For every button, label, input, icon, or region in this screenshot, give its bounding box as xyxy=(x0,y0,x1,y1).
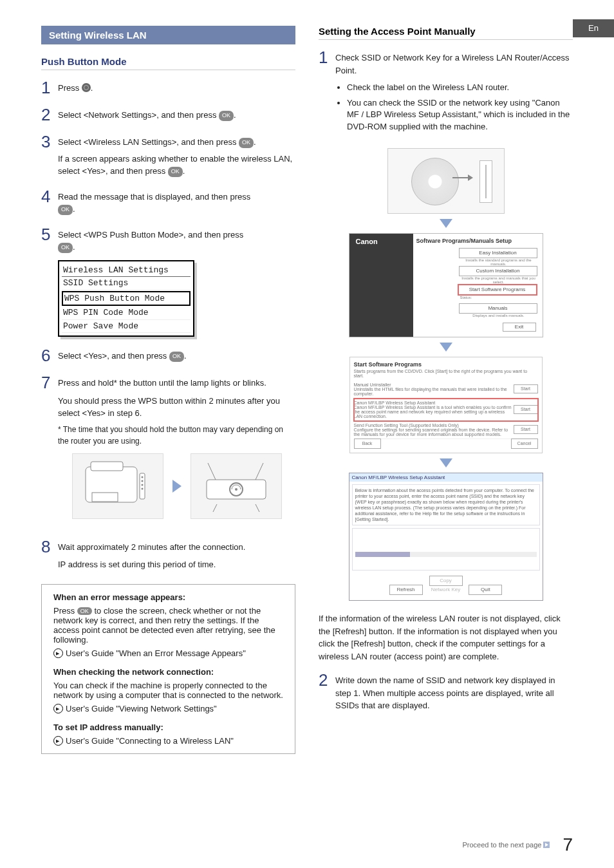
arrow-right-icon xyxy=(172,480,181,493)
installer-caption: Installs the programs and manuals that y… xyxy=(460,276,537,284)
list-lead: Starts programs from the CD/DVD. Click [… xyxy=(354,369,538,378)
lcd-screen: Wireless LAN Settings SSID Settings WPS … xyxy=(58,260,194,337)
lcd-item: WPS PIN Code Mode xyxy=(62,307,191,320)
assistant-table xyxy=(352,528,540,571)
access-point-heading: Setting the Access Point Manually xyxy=(319,26,573,40)
easy-install-button[interactable]: Easy Installation xyxy=(459,248,537,258)
bullet-item: Check the label on the Wireless LAN rout… xyxy=(347,82,573,93)
disc-figure xyxy=(387,148,505,214)
lcd-title: Wireless LAN Settings xyxy=(62,264,191,278)
step-number: 7 xyxy=(41,374,58,528)
refresh-button[interactable]: Refresh xyxy=(389,585,423,595)
step-number: 2 xyxy=(319,672,335,712)
after-figures-text: If the information of the wireless LAN r… xyxy=(319,612,573,663)
arrow-down-icon xyxy=(440,458,452,467)
svg-rect-1 xyxy=(91,462,123,471)
language-tab: En xyxy=(573,19,614,37)
lcd-item: Power Save Mode xyxy=(62,320,191,334)
page-number: 7 xyxy=(563,835,573,855)
step-body: Write down the name of SSID and network … xyxy=(335,672,573,712)
step-body: Select <Network Settings>, and then pres… xyxy=(58,106,295,123)
right-column: Setting the Access Point Manually 1 Chec… xyxy=(319,26,573,754)
note-heading: To set IP address manually: xyxy=(53,722,283,732)
back-button[interactable]: Back xyxy=(354,439,381,449)
printer-icon xyxy=(72,453,163,519)
ok-key-icon: OK xyxy=(169,352,184,362)
step-body: Press and hold* the button until the lam… xyxy=(58,374,295,528)
custom-install-button[interactable]: Custom Installation xyxy=(459,266,537,276)
figure-sequence: Canon Software Programs/Manuals Setup Ea… xyxy=(319,148,573,601)
svg-point-12 xyxy=(235,488,237,491)
bullet-item: You can check the SSID or the network ke… xyxy=(347,97,573,133)
step-number: 5 xyxy=(41,226,58,337)
list-title: Start Software Programs xyxy=(354,361,538,368)
step-body: Select <Wireless LAN Settings>, and then… xyxy=(58,133,295,178)
list-row: Canon MF/LBP Wireless Setup Assistant Ca… xyxy=(354,401,514,419)
assistant-figure: Canon MF/LBP Wireless Setup Assistant Be… xyxy=(349,473,543,601)
step-body: Check SSID or Network Key for a Wireless… xyxy=(335,49,573,138)
manuals-button[interactable]: Manuals xyxy=(459,303,537,314)
brand-label: Canon xyxy=(356,238,378,245)
installer-caption: Installs the standard programs and the m… xyxy=(460,258,537,266)
step-number: 8 xyxy=(41,538,58,571)
step-number: 6 xyxy=(41,347,58,364)
arrow-down-icon xyxy=(440,219,452,228)
arrow-down-icon xyxy=(440,343,452,352)
start-button[interactable]: Start xyxy=(514,425,538,434)
router-icon xyxy=(191,453,282,519)
quit-button[interactable]: Quit xyxy=(469,585,502,595)
svg-point-3 xyxy=(141,476,143,478)
copy-button[interactable]: Copy Network Key xyxy=(429,576,463,586)
printer-router-diagram xyxy=(58,453,295,519)
exit-button[interactable]: Exit xyxy=(503,323,536,332)
start-software-button[interactable]: Start Software Programs xyxy=(458,284,537,296)
assistant-info: Below is information about the access po… xyxy=(352,484,540,526)
arrow-right-icon xyxy=(543,842,550,848)
reference-icon xyxy=(53,736,63,746)
svg-line-9 xyxy=(208,463,216,480)
step-number: 1 xyxy=(41,79,58,96)
ok-key-icon: OK xyxy=(239,138,254,148)
page-footer: Proceed to the next page 7 xyxy=(41,835,573,855)
section-bar: Setting Wireless LAN xyxy=(41,26,295,44)
cancel-button[interactable]: Cancel xyxy=(511,439,538,449)
step-number: 3 xyxy=(41,133,58,178)
svg-line-14 xyxy=(256,504,259,512)
program-list-figure: Start Software Programs Starts programs … xyxy=(349,357,543,453)
push-button-mode-heading: Push Button Mode xyxy=(41,56,295,70)
installer-caption: Status: xyxy=(458,296,537,299)
installer-caption: Displays and installs manuals. xyxy=(460,314,537,317)
svg-point-4 xyxy=(141,480,143,482)
installer-title: Software Programs/Manuals Setup xyxy=(416,238,512,244)
ok-key-icon: OK xyxy=(168,167,183,177)
start-button[interactable]: Start xyxy=(514,405,538,414)
lcd-item: SSID Settings xyxy=(62,277,191,290)
menu-icon xyxy=(82,83,91,92)
ok-key-icon: OK xyxy=(77,607,92,615)
svg-line-13 xyxy=(213,504,217,512)
proceed-text: Proceed to the next page xyxy=(462,841,550,849)
ok-key-icon: OK xyxy=(58,205,73,215)
step-body: Wait approximately 2 minutes after the c… xyxy=(58,538,295,571)
reference-icon xyxy=(53,648,63,658)
svg-point-5 xyxy=(141,484,143,486)
start-button[interactable]: Start xyxy=(514,384,538,393)
note-heading: When an error message appears: xyxy=(53,592,283,602)
step-number: 4 xyxy=(41,188,58,216)
step-number: 1 xyxy=(319,49,335,138)
ok-key-icon: OK xyxy=(58,243,73,253)
ok-key-icon: OK xyxy=(219,111,234,121)
note-box: When an error message appears: Press OK … xyxy=(41,584,295,754)
lcd-item-selected: WPS Push Button Mode xyxy=(62,291,191,307)
svg-point-6 xyxy=(141,487,143,489)
svg-rect-7 xyxy=(92,493,118,502)
page: En Setting Wireless LAN Push Button Mode… xyxy=(0,0,614,868)
assistant-titlebar: Canon MF/LBP Wireless Setup Assistant xyxy=(349,473,543,482)
list-row: Send Function Setting Tool (Supported Mo… xyxy=(354,423,514,437)
step-number: 2 xyxy=(41,106,58,123)
step-body: Read the message that is displayed, and … xyxy=(58,188,295,216)
reference-icon xyxy=(53,704,63,713)
left-column: Setting Wireless LAN Push Button Mode 1 … xyxy=(41,26,295,754)
note-heading: When checking the network connection: xyxy=(53,667,283,677)
step-body: Press . xyxy=(58,79,295,96)
